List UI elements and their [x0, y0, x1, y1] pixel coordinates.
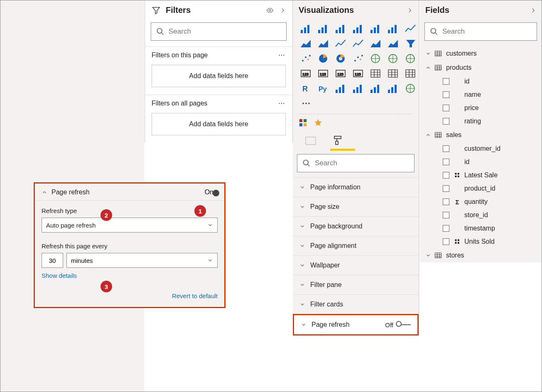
viz-arcgis-icon[interactable]	[403, 82, 418, 95]
show-details-link[interactable]: Show details	[42, 272, 77, 279]
interval-value-input[interactable]: 30	[42, 253, 63, 268]
table-stores[interactable]: stores	[419, 248, 542, 262]
viz-collapse-icon[interactable]	[407, 7, 413, 14]
format-item-page-background[interactable]: Page background	[293, 216, 419, 236]
table-sales[interactable]: sales	[419, 128, 542, 142]
viz-donut-icon[interactable]	[334, 52, 348, 65]
checkbox[interactable]	[443, 78, 449, 85]
viz-funnel-icon[interactable]	[403, 37, 418, 50]
table-products[interactable]: products	[419, 61, 542, 75]
checkbox[interactable]	[443, 212, 449, 218]
collapse-icon[interactable]	[280, 7, 286, 14]
format-item-page-size[interactable]: Page size	[293, 197, 419, 216]
fields-search-input[interactable]	[442, 27, 532, 36]
viz-filled-map-icon[interactable]	[386, 52, 401, 65]
favorite-icon[interactable]	[314, 118, 323, 127]
field-products-id[interactable]: id	[419, 75, 542, 88]
checkbox[interactable]	[443, 172, 449, 179]
checkbox[interactable]	[443, 238, 449, 245]
field-sales-id[interactable]: id	[419, 155, 542, 169]
field-sales-product_id[interactable]: product_id	[419, 182, 542, 195]
page-refresh-toggle[interactable]: Off	[385, 321, 411, 328]
checkbox[interactable]	[443, 105, 449, 111]
fields-search[interactable]	[424, 22, 537, 41]
checkbox[interactable]	[443, 198, 449, 205]
viz-pie-icon[interactable]	[316, 52, 331, 65]
field-sales-timestamp[interactable]: timestamp	[419, 222, 542, 235]
viz-100-stacked-column-icon[interactable]	[386, 22, 401, 35]
viz-map-icon[interactable]	[368, 52, 383, 65]
fields-pane: Fields customersproductsidnamepriceratin…	[419, 0, 542, 262]
viz-qa-icon[interactable]	[368, 82, 383, 95]
format-item-page-information[interactable]: Page information	[293, 177, 419, 197]
viz-paginated-icon[interactable]	[386, 82, 401, 95]
format-item-wallpaper[interactable]: Wallpaper	[293, 255, 419, 275]
refresh-type-select[interactable]: Auto page refresh	[42, 218, 218, 233]
checkbox[interactable]	[443, 91, 449, 98]
format-item-filter-pane[interactable]: Filter pane	[293, 275, 419, 294]
viz-stacked-area-icon[interactable]	[316, 37, 331, 50]
field-products-name[interactable]: name	[419, 88, 542, 101]
filters-this-page-dropzone[interactable]: Add data fields here	[152, 65, 286, 87]
viz-treemap-icon[interactable]	[351, 52, 366, 65]
field-sales-store_id[interactable]: store_id	[419, 208, 542, 222]
viz-r-visual-icon[interactable]: R	[299, 82, 314, 95]
field-sales-units-sold[interactable]: Units Sold	[419, 235, 542, 248]
viz-line-icon[interactable]	[403, 22, 418, 35]
field-products-price[interactable]: price	[419, 101, 542, 115]
viz-shape-map-icon[interactable]	[403, 52, 418, 65]
fields-collapse-icon[interactable]	[530, 7, 536, 14]
viz-clustered-column-icon[interactable]	[368, 22, 383, 35]
popout-header[interactable]: Page refresh On	[35, 184, 224, 201]
filters-this-page-more-icon[interactable]: ⋯	[278, 51, 286, 59]
viz-key-influencers-icon[interactable]	[334, 82, 348, 95]
checkbox[interactable]	[443, 159, 449, 165]
viz-line-clustered-column-icon[interactable]	[351, 37, 366, 50]
viz-table-icon[interactable]	[386, 67, 401, 80]
checkbox[interactable]	[443, 185, 449, 192]
viz-more-icon[interactable]	[299, 97, 314, 110]
fields-tab[interactable]	[304, 133, 319, 148]
checkbox[interactable]	[443, 118, 449, 125]
checkbox[interactable]	[443, 225, 449, 232]
visibility-icon[interactable]	[266, 7, 274, 14]
viz-scatter-icon[interactable]	[299, 52, 314, 65]
page-refresh-item[interactable]: Page refresh Off	[293, 314, 419, 336]
format-search-input[interactable]	[315, 159, 409, 167]
viz-decomposition-tree-icon[interactable]	[351, 82, 366, 95]
field-sales-customer_id[interactable]: customer_id	[419, 142, 542, 155]
viz-line-stacked-column-icon[interactable]	[334, 37, 348, 50]
format-item-page-alignment[interactable]: Page alignment	[293, 236, 419, 255]
filters-all-pages-label: Filters on all pages	[152, 100, 207, 107]
viz-gauge-icon[interactable]: 123	[299, 67, 314, 80]
viz-stacked-column-icon[interactable]	[351, 22, 366, 35]
viz-100-stacked-bar-icon[interactable]	[334, 22, 348, 35]
svg-rect-11	[353, 30, 355, 33]
viz-python-visual-icon[interactable]: Py	[316, 82, 331, 95]
interval-unit-select[interactable]: minutes	[66, 253, 218, 268]
viz-slicer-icon[interactable]	[368, 67, 383, 80]
revert-to-default-link[interactable]: Revert to default	[172, 292, 218, 299]
viz-kpi-icon[interactable]: 123	[351, 67, 366, 80]
table-customers[interactable]: customers	[419, 47, 542, 61]
viz-multi-row-card-icon[interactable]: 123	[334, 67, 348, 80]
viz-stacked-bar-icon[interactable]	[299, 22, 314, 35]
viz-area-icon[interactable]	[299, 37, 314, 50]
field-sales-quantity[interactable]: Σquantity	[419, 195, 542, 208]
viz-ribbon-icon[interactable]	[368, 37, 383, 50]
format-tab[interactable]	[330, 133, 345, 148]
filters-all-pages-dropzone[interactable]: Add data fields here	[152, 113, 286, 135]
viz-card-icon[interactable]: 123	[316, 67, 331, 80]
viz-matrix-icon[interactable]	[403, 67, 418, 80]
field-sales-latest-sale[interactable]: Latest Sale	[419, 169, 542, 182]
format-search[interactable]	[297, 154, 414, 172]
appsource-icon[interactable]	[299, 118, 308, 127]
filters-all-pages-more-icon[interactable]: ⋯	[278, 99, 286, 107]
format-item-filter-cards[interactable]: Filter cards	[293, 294, 419, 314]
field-products-rating[interactable]: rating	[419, 115, 542, 128]
viz-clustered-bar-icon[interactable]	[316, 22, 331, 35]
checkbox[interactable]	[443, 145, 449, 152]
viz-waterfall-icon[interactable]	[386, 37, 401, 50]
filters-search-input[interactable]	[169, 27, 281, 36]
filters-search[interactable]	[151, 22, 287, 41]
